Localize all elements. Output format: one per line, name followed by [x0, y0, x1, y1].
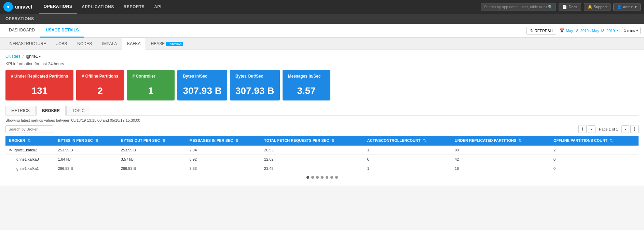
nav-reports[interactable]: REPORTS — [119, 0, 150, 14]
kpi-card-value: 307.93 B — [235, 85, 274, 96]
breadcrumb-separator: / — [23, 54, 24, 59]
col-messages-in[interactable]: MESSAGES IN PER SEC ⇅ — [186, 136, 261, 146]
sub-tabs: INFRASTRUCTURE JOBS NODES IMPALA KAFKA H… — [0, 38, 644, 50]
first-page-button[interactable]: ⟪ — [578, 125, 587, 133]
dot-3[interactable] — [316, 176, 319, 179]
nav-api[interactable]: API — [149, 0, 166, 14]
cell-under-replicated-1: 42 — [451, 155, 550, 164]
cell-total-fetch-2: 23.45 — [261, 164, 364, 173]
cell-broker-0: 👁 Ignite1.kafka2 — [5, 146, 55, 155]
kpi-card-title: # Under Replicated Partitions — [11, 74, 68, 79]
search-icon: 🔍 — [548, 5, 553, 9]
col-under-replicated[interactable]: UNDER REPLICATED PARTITIONS ⇅ — [451, 136, 550, 146]
kpi-card-value: 3.57 — [288, 85, 325, 96]
cell-active-controller-1: 0 — [364, 155, 451, 164]
nav-operations[interactable]: OPERATIONS — [39, 0, 77, 14]
chevron-down-icon: ▾ — [635, 5, 637, 9]
cell-messages-in-2: 3.33 — [186, 164, 261, 173]
sort-icon: ⇅ — [331, 138, 334, 143]
dot-2[interactable] — [311, 176, 314, 179]
table-controls: ⟪ ‹ Page 1 of 1 › ⟫ — [5, 125, 639, 133]
subtab-kafka[interactable]: KAFKA — [122, 38, 146, 50]
kpi-under-replicated: # Under Replicated Partitions 131 — [5, 70, 73, 100]
cell-total-fetch-0: 20.93 — [261, 146, 364, 155]
tab-usage-details[interactable]: USAGE DETAILS — [40, 24, 84, 38]
kpi-card-title: # Offline Partitions — [82, 74, 119, 79]
cell-offline-partitions-2: 0 — [550, 164, 639, 173]
dot-1[interactable] — [306, 176, 309, 179]
chevron-down-icon: ▾ — [39, 55, 41, 58]
nav-items: OPERATIONS APPLICATIONS REPORTS API — [39, 0, 481, 14]
sort-icon: ⇅ — [519, 138, 522, 143]
subtab-hbase[interactable]: HBASE PREVIEW — [146, 38, 188, 50]
col-total-fetch[interactable]: TOTAL FETCH REQUESTS PER SEC ⇅ — [261, 136, 364, 146]
kpi-card-value: 2 — [82, 85, 119, 96]
refresh-icon: ↻ — [530, 28, 533, 33]
cell-offline-partitions-0: 2 — [550, 146, 639, 155]
prev-page-button[interactable]: ‹ — [588, 125, 595, 133]
logo-area: unravel — [3, 2, 32, 12]
logo-text: unravel — [15, 4, 32, 10]
kpi-bytes-in: Bytes In/Sec 307.93 B — [177, 70, 227, 100]
cell-bytes-in-1: 1.84 kB — [55, 155, 118, 164]
nav-applications[interactable]: APPLICATIONS — [77, 0, 119, 14]
cluster-selector[interactable]: Ignite1 ▾ — [26, 54, 41, 59]
col-broker[interactable]: BROKER ⇅ — [5, 136, 55, 146]
sort-icon: ⇅ — [235, 138, 238, 143]
docs-button[interactable]: 📄 Docs — [559, 3, 581, 11]
sort-icon: ⇅ — [610, 138, 613, 143]
table-body: 👁 Ignite1.kafka2 253.59 B 253.59 B 2.94 … — [5, 146, 639, 173]
cell-bytes-in-2: 286.83 B — [55, 164, 118, 173]
dot-4[interactable] — [321, 176, 324, 179]
col-offline-partitions[interactable]: OFFLINE PARTITIONS COUNT ⇅ — [550, 136, 639, 146]
tab-dashboard[interactable]: DASHBOARD — [3, 24, 40, 38]
pagination: ⟪ ‹ Page 1 of 1 › ⟫ — [578, 125, 639, 133]
cell-total-fetch-1: 12.02 — [261, 155, 364, 164]
search-box[interactable]: 🔍 — [481, 3, 556, 11]
user-icon: 👤 — [617, 5, 622, 9]
date-range[interactable]: 📅 May 18, 2019 - May 18, 2019 ▾ — [560, 28, 618, 33]
dot-5[interactable] — [326, 176, 328, 179]
cell-broker-2: Ignite1.kafka1 — [5, 164, 55, 173]
refresh-button[interactable]: ↻ REFRESH — [526, 27, 557, 35]
admin-button[interactable]: 👤 admin ▾ — [613, 3, 641, 11]
col-bytes-in[interactable]: BYTES IN PER SEC ⇅ — [55, 136, 118, 146]
sort-icon: ⇅ — [423, 138, 426, 143]
cell-active-controller-0: 1 — [364, 146, 451, 155]
dot-7[interactable] — [335, 176, 338, 179]
dot-6[interactable] — [330, 176, 333, 179]
kpi-card-value: 1 — [132, 85, 169, 96]
subtab-impala[interactable]: IMPALA — [97, 38, 122, 50]
kpi-card-value: 131 — [11, 85, 68, 96]
kpi-card-title: Messages In/Sec — [288, 74, 325, 79]
logo-icon — [3, 2, 13, 12]
eye-icon[interactable]: 👁 — [9, 148, 13, 152]
subtab-infrastructure[interactable]: INFRASTRUCTURE — [3, 38, 51, 50]
clusters-link[interactable]: Clusters — [5, 54, 20, 59]
support-button[interactable]: 🔔 Support — [584, 3, 611, 11]
kpi-card-value: 307.93 B — [183, 85, 222, 96]
kpi-controller: # Controller 1 — [127, 70, 175, 100]
last-page-button[interactable]: ⟫ — [630, 125, 639, 133]
subtab-nodes[interactable]: NODES — [72, 38, 97, 50]
content-area: Clusters / Ignite1 ▾ KPI information for… — [0, 50, 644, 186]
search-broker-input[interactable] — [5, 125, 53, 133]
search-input[interactable] — [484, 5, 548, 9]
inner-tabs: METRICS BROKER TOPIC — [5, 106, 639, 116]
tab-metrics[interactable]: METRICS — [5, 106, 36, 115]
kpi-cards: # Under Replicated Partitions 131 # Offl… — [5, 70, 639, 100]
broker-table: BROKER ⇅ BYTES IN PER SEC ⇅ BYTES OUT PE… — [5, 136, 639, 173]
support-icon: 🔔 — [588, 5, 592, 9]
cell-broker-1: Ignite1.kafka3 — [5, 155, 55, 164]
sort-icon: ⇅ — [162, 138, 165, 143]
cell-active-controller-2: 1 — [364, 164, 451, 173]
tab-topic[interactable]: TOPIC — [66, 106, 90, 115]
tab-broker[interactable]: BROKER — [36, 106, 66, 116]
next-page-button[interactable]: › — [621, 125, 629, 133]
showing-text: Showing latest metrics values between 05… — [5, 118, 639, 122]
col-active-controller[interactable]: ACTIVECONTROLLERCOUNT ⇅ — [364, 136, 451, 146]
subtab-jobs[interactable]: JOBS — [51, 38, 72, 50]
cell-messages-in-1: 8.92 — [186, 155, 261, 164]
col-bytes-out[interactable]: BYTES OUT PER SEC ⇅ — [118, 136, 186, 146]
mins-selector[interactable]: 1 mins ▾ — [622, 27, 641, 34]
